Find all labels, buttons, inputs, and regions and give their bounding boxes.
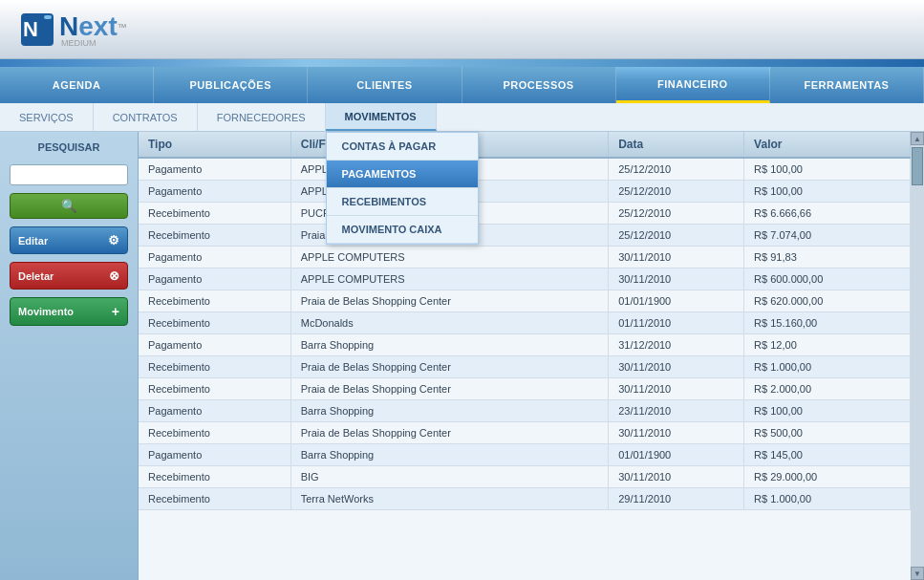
cell-tipo: Pagamento <box>139 181 290 203</box>
cell-tipo: Pagamento <box>139 158 290 181</box>
dropdown-movimento-caixa[interactable]: MOVIMENTO CAIXA <box>327 216 478 244</box>
cell-data: 30/11/2010 <box>609 466 744 488</box>
cell-valor: R$ 1.000,00 <box>744 356 911 378</box>
nav-agenda[interactable]: AGENDA <box>0 67 154 103</box>
cell-cliforn: Barra Shopping <box>290 334 608 356</box>
cell-tipo: Pagamento <box>139 444 290 466</box>
subnav-movimentos[interactable]: MOVIMENTOS CONTAS À PAGAR PAGAMENTOS REC… <box>326 103 437 131</box>
table-row[interactable]: RecebimentoMcDonalds01/11/2010R$ 15.160,… <box>139 312 911 334</box>
table-row[interactable]: RecebimentoPraia de Belas Shopping Cente… <box>139 422 911 444</box>
cell-tipo: Pagamento <box>139 334 290 356</box>
delete-button[interactable]: Deletar <box>10 262 128 290</box>
cell-data: 30/11/2010 <box>609 422 744 444</box>
cell-cliforn: Praia de Belas Shopping Center <box>290 378 608 400</box>
cell-cliforn: APPLE COMPUTERS <box>290 247 608 269</box>
table-row[interactable]: PagamentoBarra Shopping23/11/2010R$ 100,… <box>139 400 911 422</box>
cell-data: 30/11/2010 <box>609 247 744 269</box>
subnav-movimentos-label: MOVIMENTOS <box>345 111 417 122</box>
cell-valor: R$ 100,00 <box>744 400 911 422</box>
table-row[interactable]: RecebimentoPraia de Belas Shopping Cente… <box>139 356 911 378</box>
cell-data: 30/11/2010 <box>609 378 744 400</box>
nav-ferramentas[interactable]: FERRAMENTAS <box>770 67 924 103</box>
search-input[interactable] <box>10 164 128 185</box>
sidebar: PESQUISAR 🔍 Editar Deletar Movimento <box>0 132 139 580</box>
cell-data: 25/12/2010 <box>609 181 744 203</box>
logo-text: Next™ MEDIUM <box>59 11 127 48</box>
logo-n: N <box>59 11 78 41</box>
cell-valor: R$ 1.000,00 <box>744 488 911 510</box>
nav-processos[interactable]: PROCESSOS <box>462 67 616 103</box>
scroll-down-arrow[interactable]: ▼ <box>911 567 924 580</box>
table-row[interactable]: PagamentoBarra Shopping01/01/1900R$ 145,… <box>139 444 911 466</box>
table-row[interactable]: RecebimentoPraia de Belas Shopping Cente… <box>139 225 911 247</box>
table-row[interactable]: PagamentoAPPLE COMPUTERS30/11/2010R$ 600… <box>139 269 911 290</box>
scrollbar[interactable]: ▲ ▼ <box>911 132 924 580</box>
cell-tipo: Recebimento <box>139 203 290 225</box>
cell-valor: R$ 145,00 <box>744 444 911 466</box>
cell-data: 31/12/2010 <box>609 334 744 356</box>
logo: N Next™ MEDIUM <box>19 11 127 48</box>
scroll-thumb[interactable] <box>912 147 923 185</box>
edit-label: Editar <box>18 235 48 247</box>
cell-data: 25/12/2010 <box>609 158 744 181</box>
table-row[interactable]: PagamentoAPPLE COMPUTERS30/11/2010R$ 91,… <box>139 247 911 269</box>
cell-cliforn: Praia de Belas Shopping Center <box>290 356 608 378</box>
edit-button[interactable]: Editar <box>10 226 128 254</box>
cell-cliforn: Barra Shopping <box>290 400 608 422</box>
logo-rest: ext <box>78 11 117 41</box>
dropdown-recebimentos[interactable]: RECEBIMENTOS <box>327 188 478 216</box>
cell-cliforn: McDonalds <box>290 312 608 334</box>
delete-label: Deletar <box>18 270 54 282</box>
subnav-fornecedores[interactable]: FORNECEDORES <box>198 103 326 131</box>
navbar: AGENDA PUBLICAÇÕES CLIENTES PROCESSOS FI… <box>0 67 924 103</box>
cell-valor: R$ 100,00 <box>744 181 911 203</box>
table-area: Tipo Cli/Forn Data Valor PagamentoAPPLE … <box>139 132 911 580</box>
cell-cliforn: Terra NetWorks <box>290 488 608 510</box>
cell-valor: R$ 12,00 <box>744 334 911 356</box>
table-row[interactable]: RecebimentoTerra NetWorks29/11/2010R$ 1.… <box>139 488 911 510</box>
subnav-contratos[interactable]: CONTRATOS <box>94 103 198 131</box>
nav-publicacoes[interactable]: PUBLICAÇÕES <box>154 67 308 103</box>
cell-valor: R$ 500,00 <box>744 422 911 444</box>
nav-clientes[interactable]: CLIENTES <box>308 67 462 103</box>
col-data: Data <box>609 132 744 158</box>
cell-tipo: Recebimento <box>139 356 290 378</box>
nav-financeiro[interactable]: FINANCEIRO <box>616 67 770 103</box>
cell-valor: R$ 91,83 <box>744 247 911 269</box>
subnav-servicos[interactable]: SERVIÇOS <box>0 103 94 131</box>
cell-data: 25/12/2010 <box>609 225 744 247</box>
x-icon <box>109 269 119 283</box>
search-button[interactable]: 🔍 <box>10 193 128 219</box>
cell-data: 01/11/2010 <box>609 312 744 334</box>
data-table: Tipo Cli/Forn Data Valor PagamentoAPPLE … <box>139 132 911 510</box>
cell-tipo: Recebimento <box>139 290 290 312</box>
cell-tipo: Recebimento <box>139 422 290 444</box>
scroll-up-arrow[interactable]: ▲ <box>911 132 924 145</box>
table-row[interactable]: PagamentoBarra Shopping31/12/2010R$ 12,0… <box>139 334 911 356</box>
gradient-stripe <box>0 59 924 67</box>
plus-icon <box>112 304 119 319</box>
cell-tipo: Pagamento <box>139 269 290 290</box>
subnav: SERVIÇOS CONTRATOS FORNECEDORES MOVIMENT… <box>0 103 924 132</box>
table-row[interactable]: PagamentoAPPLE COMPUTERS25/12/2010R$ 100… <box>139 158 911 181</box>
cell-valor: R$ 15.160,00 <box>744 312 911 334</box>
table-row[interactable]: RecebimentoPraia de Belas Shopping Cente… <box>139 290 911 312</box>
table-row[interactable]: PagamentoAPPLE COMPUTERS25/12/2010R$ 100… <box>139 181 911 203</box>
cell-valor: R$ 2.000,00 <box>744 378 911 400</box>
table-header-row: Tipo Cli/Forn Data Valor <box>139 132 911 158</box>
cell-data: 01/01/1900 <box>609 290 744 312</box>
dropdown-pagamentos[interactable]: PAGAMENTOS <box>327 161 478 188</box>
table-row[interactable]: RecebimentoPUCRS25/12/2010R$ 6.666,66 <box>139 203 911 225</box>
cell-data: 25/12/2010 <box>609 203 744 225</box>
dropdown-contas-pagar[interactable]: CONTAS À PAGAR <box>327 133 478 161</box>
cell-data: 01/01/1900 <box>609 444 744 466</box>
cell-tipo: Recebimento <box>139 378 290 400</box>
cell-valor: R$ 6.666,66 <box>744 203 911 225</box>
cell-tipo: Pagamento <box>139 247 290 269</box>
cell-cliforn: Praia de Belas Shopping Center <box>290 422 608 444</box>
table-row[interactable]: RecebimentoBIG30/11/2010R$ 29.000,00 <box>139 466 911 488</box>
cell-valor: R$ 620.000,00 <box>744 290 911 312</box>
logo-icon: N <box>19 11 55 48</box>
table-row[interactable]: RecebimentoPraia de Belas Shopping Cente… <box>139 378 911 400</box>
movimento-button[interactable]: Movimento <box>10 297 128 326</box>
